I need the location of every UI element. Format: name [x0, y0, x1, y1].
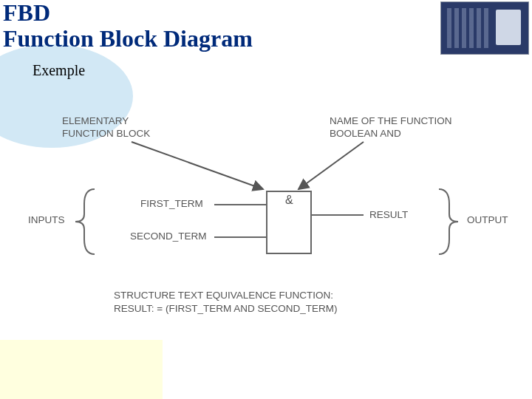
decorative-bottom-rect [0, 340, 163, 399]
wire-second-term [214, 236, 266, 238]
label-inputs: INPUTS [28, 214, 65, 227]
label-st-equiv-line1: STRUCTURE TEXT EQUIVALENCE FUNCTION: [114, 290, 333, 302]
svg-line-1 [299, 142, 364, 189]
label-second-term: SECOND_TERM [130, 231, 207, 243]
brace-right-icon [432, 188, 461, 256]
wire-first-term [214, 204, 266, 205]
wire-result [312, 214, 364, 216]
label-st-equiv-line2: RESULT: = (FIRST_TERM AND SECOND_TERM) [114, 303, 337, 316]
label-first-term: FIRST_TERM [140, 198, 203, 211]
label-output: OUTPUT [467, 214, 508, 227]
svg-line-0 [132, 142, 263, 189]
brace-left-icon [72, 188, 102, 256]
block-symbol: & [285, 194, 293, 207]
label-result: RESULT [369, 209, 408, 222]
plc-device-image [440, 1, 529, 55]
slide-subtitle: Exemple [0, 62, 532, 79]
fbd-diagram: ELEMENTARY FUNCTION BLOCK NAME OF THE FU… [0, 111, 532, 347]
